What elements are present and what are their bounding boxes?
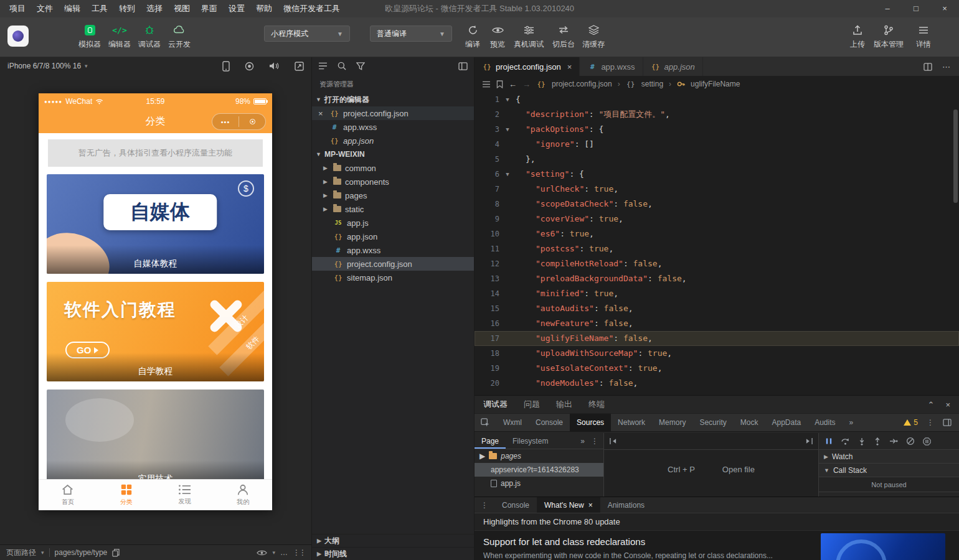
tree-file-item[interactable]: JSapp.js — [312, 216, 474, 230]
tree-file-item[interactable]: {}project.config.json — [312, 257, 474, 271]
page-path-label[interactable]: 页面路径 — [6, 548, 36, 558]
tree-folder-item[interactable]: ▶static — [312, 202, 474, 216]
dock-side-icon[interactable] — [943, 419, 952, 426]
editor-tab[interactable]: #app.wxss — [580, 57, 643, 76]
devtools-tab-appdata[interactable]: AppData — [765, 414, 808, 431]
menu-item[interactable]: 选择 — [141, 0, 168, 17]
devtools-tab-audits[interactable]: Audits — [808, 414, 842, 431]
phone-icon[interactable] — [222, 61, 230, 72]
preview-button[interactable]: 预览 — [480, 24, 515, 50]
bookmark-icon[interactable] — [496, 80, 503, 88]
detach-window-icon[interactable] — [295, 62, 304, 71]
menu-item[interactable]: 转到 — [113, 0, 141, 17]
menu-item[interactable]: 编辑 — [59, 0, 86, 17]
code-line[interactable]: 14"minified": true, — [475, 286, 959, 301]
devtools-tab-sources[interactable]: Sources — [570, 414, 611, 431]
search-icon[interactable] — [338, 62, 346, 70]
more-tabs-icon[interactable]: » — [580, 437, 585, 446]
menu-item[interactable]: 视图 — [168, 0, 196, 17]
code-line[interactable]: 17"uglifyFileName": false, — [475, 331, 959, 346]
filter-icon[interactable] — [356, 62, 365, 70]
tab-profile[interactable]: 我的 — [214, 480, 272, 510]
copy-icon[interactable] — [112, 549, 120, 557]
tree-file-item[interactable]: {}sitemap.json — [312, 271, 474, 284]
code-line[interactable]: 8"scopeDataCheck": false, — [475, 197, 959, 212]
explorer-section-大纲[interactable]: ▶大纲 — [312, 534, 474, 547]
project-section[interactable]: ▼ MP-WEIXIN — [312, 147, 474, 161]
cloud-dev-button[interactable]: 云开发 — [162, 24, 197, 50]
forward-arrow-icon[interactable]: → — [522, 80, 531, 89]
collapse-all-icon[interactable] — [318, 62, 328, 70]
open-editors-section[interactable]: ▼ 打开的编辑器 — [312, 93, 474, 106]
navigator-tab-filesystem[interactable]: Filesystem — [506, 433, 555, 449]
kebab-menu-icon[interactable]: ⋮ — [927, 418, 934, 427]
devtools-tab-network[interactable]: Network — [611, 414, 652, 431]
explorer-section-时间线[interactable]: ▶时间线 — [312, 547, 474, 560]
upload-button[interactable]: 上传 — [840, 24, 875, 50]
open-file-link[interactable]: Open file — [722, 465, 755, 474]
sources-tree-item[interactable]: appservice?t=1614326283 — [475, 463, 603, 477]
menu-item[interactable]: 微信开发者工具 — [278, 0, 346, 17]
devtools-tab-security[interactable]: Security — [692, 414, 733, 431]
close-icon[interactable]: × — [567, 62, 572, 72]
grip-icon[interactable]: ⋮⋮ — [293, 548, 305, 557]
code-line[interactable]: 1▼{ — [475, 92, 959, 107]
editor-tab[interactable]: {}app.json — [643, 57, 703, 76]
back-arrow-icon[interactable]: ← — [509, 80, 517, 89]
step-icon[interactable] — [889, 437, 898, 445]
editor-tab[interactable]: {}project.config.json× — [475, 57, 580, 76]
fold-chevron-icon[interactable]: ▼ — [499, 92, 516, 107]
debugger-tab[interactable]: 输出 — [556, 399, 572, 410]
devtools-tab-mock[interactable]: Mock — [734, 414, 765, 431]
menu-item[interactable]: 工具 — [86, 0, 113, 17]
tabs-overflow-chevron[interactable]: » — [843, 414, 861, 431]
more-menu-button[interactable]: ••• — [212, 118, 239, 126]
devtools-tab-console[interactable]: Console — [529, 414, 570, 431]
code-line[interactable]: 13"preloadBackgroundData": false, — [475, 271, 959, 286]
user-avatar[interactable] — [7, 26, 29, 47]
collapse-panel-icon[interactable]: ⌃ — [928, 400, 935, 409]
mode-select[interactable]: 小程序模式 ▼ — [264, 26, 350, 42]
devtools-tab-memory[interactable]: Memory — [652, 414, 692, 431]
menu-item[interactable]: 项目 — [4, 0, 31, 17]
devtools-tab-wxml[interactable]: Wxml — [496, 414, 529, 431]
close-icon[interactable]: × — [318, 109, 326, 118]
code-line[interactable]: 4"ignore": [] — [475, 137, 959, 152]
compile-mode-select[interactable]: 普通编译 ▼ — [370, 26, 452, 42]
article-image[interactable] — [821, 533, 945, 560]
tree-folder-item[interactable]: ▶components — [312, 175, 474, 189]
inspect-element-icon[interactable] — [475, 418, 496, 427]
debugger-tab[interactable]: 调试器 — [483, 399, 508, 410]
code-line[interactable]: 11"postcss": true, — [475, 241, 959, 256]
step-over-icon[interactable] — [841, 437, 850, 445]
minimize-button[interactable]: – — [873, 0, 902, 17]
record-icon[interactable] — [245, 62, 254, 71]
home-capsule-button[interactable] — [239, 118, 265, 126]
kebab-menu-icon[interactable]: ⋮ — [475, 501, 494, 510]
deactivate-breakpoints-icon[interactable] — [906, 437, 915, 446]
code-line[interactable]: 18"uploadWithSourceMap": true, — [475, 346, 959, 361]
debugger-tab[interactable]: 问题 — [524, 399, 540, 410]
more-actions-icon[interactable]: … — [280, 548, 288, 557]
fold-chevron-icon[interactable]: ▼ — [499, 122, 516, 137]
menu-item[interactable]: 帮助 — [250, 0, 278, 17]
tab-discover[interactable]: 发现 — [156, 480, 214, 510]
device-selector[interactable]: iPhone 6/7/8 100% 16 — [7, 62, 81, 70]
drawer-tab[interactable]: Console — [494, 497, 537, 513]
watch-section[interactable]: ▶ Watch — [819, 450, 959, 464]
pause-icon[interactable] — [825, 437, 833, 445]
warning-badge[interactable]: 5 — [904, 418, 918, 427]
code-line[interactable]: 2"description": "项目配置文件。", — [475, 107, 959, 122]
tab-category[interactable]: 分类 — [97, 480, 156, 510]
drawer-tab[interactable]: What's New× — [537, 497, 600, 513]
open-editor-item[interactable]: ×#app.wxss — [312, 120, 474, 134]
code-line[interactable]: 7"urlCheck": true, — [475, 182, 959, 197]
toggle-panel-icon[interactable] — [458, 62, 468, 70]
code-lines[interactable]: 1▼{2"description": "项目配置文件。",3▼"packOpti… — [475, 92, 959, 395]
call-stack-section[interactable]: ▼ Call Stack — [819, 464, 959, 477]
remote-debug-button[interactable]: 真机调试 — [511, 24, 546, 50]
tree-file-item[interactable]: #app.wxss — [312, 243, 474, 257]
tree-file-item[interactable]: {}app.json — [312, 230, 474, 243]
drawer-tab[interactable]: Animations — [600, 497, 652, 513]
close-icon[interactable]: × — [588, 501, 593, 510]
